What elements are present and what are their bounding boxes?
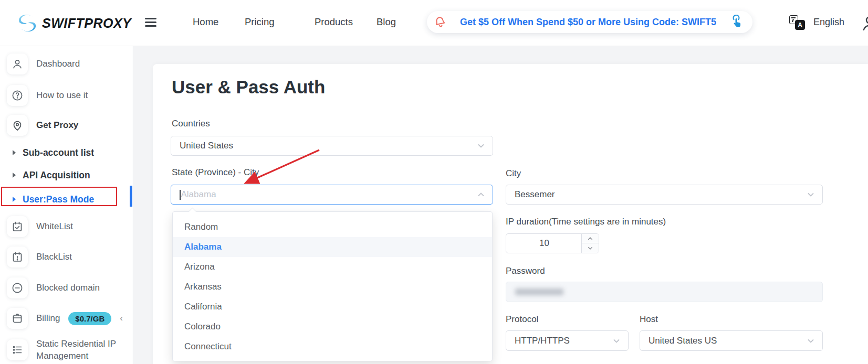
- host-select[interactable]: United States US: [640, 330, 823, 351]
- city-select[interactable]: Bessemer: [506, 185, 823, 205]
- calendar-check-icon: [7, 216, 28, 237]
- sidebar-item-label: Billing: [36, 313, 60, 324]
- chevron-down-icon: [587, 245, 593, 251]
- sidebar-item-user-pass-mode[interactable]: User:Pass Mode: [13, 191, 94, 207]
- dropdown-option-random[interactable]: Random: [173, 217, 492, 237]
- calendar-alert-icon: [7, 247, 28, 267]
- sidebar-item-static-residential-ip[interactable]: Static Residential IP Management: [7, 338, 116, 362]
- sidebar-item-label: WhiteList: [36, 221, 73, 232]
- countries-label: Countries: [172, 119, 210, 129]
- question-circle-icon: [7, 85, 28, 106]
- user-icon: [7, 53, 28, 74]
- top-navbar: SWIFTPROXY Home Pricing Products Blog Ge…: [0, 0, 868, 46]
- sidebar-item-label: BlackList: [36, 252, 72, 262]
- chevron-up-icon: [477, 190, 485, 199]
- sidebar-item-label: API Acquisition: [23, 170, 90, 181]
- chevron-up-icon: [587, 235, 593, 242]
- sidebar-item-label: How to use it: [36, 90, 88, 101]
- blurred-password-value: [515, 288, 563, 295]
- wallet-icon: [7, 308, 28, 329]
- person-icon[interactable]: [860, 13, 868, 33]
- list-icon: [7, 339, 28, 360]
- language-label: English: [813, 17, 844, 28]
- protocol-select[interactable]: HTTP/HTTPS: [506, 330, 629, 351]
- collapse-chevron-icon[interactable]: ‹: [120, 313, 123, 324]
- caret-right-icon: [13, 173, 16, 178]
- sidebar-item-sub-account-list[interactable]: Sub-account list: [13, 145, 94, 160]
- password-label: Password: [506, 266, 545, 276]
- sidebar: Dashboard How to use it Get Proxy Sub-ac…: [0, 46, 132, 364]
- sidebar-item-label: Static Residential IP Management: [36, 338, 116, 362]
- sidebar-item-how-to-use[interactable]: How to use it: [7, 85, 88, 106]
- logo-text: SWIFTPROXY: [42, 16, 131, 31]
- hamburger-icon[interactable]: [145, 18, 156, 29]
- text-cursor: [180, 190, 181, 200]
- sidebar-item-label: Get Proxy: [36, 120, 78, 131]
- protocol-value: HTTP/HTTPS: [515, 336, 570, 346]
- caret-right-icon: [13, 197, 16, 202]
- dropdown-option-california[interactable]: California: [173, 297, 492, 317]
- promo-text: Get $5 Off When Spend $50 or More Using …: [447, 17, 729, 28]
- nav-blog[interactable]: Blog: [377, 16, 396, 28]
- sidebar-item-dashboard[interactable]: Dashboard: [7, 53, 80, 74]
- dropdown-option-colorado[interactable]: Colorado: [173, 317, 492, 337]
- host-label: Host: [640, 314, 658, 325]
- ip-duration-value: 10: [506, 234, 582, 253]
- sidebar-item-blacklist[interactable]: BlackList: [7, 247, 72, 267]
- swirl-s-logo-icon: [16, 12, 39, 35]
- billing-rate-badge: $0.7/GB: [68, 312, 111, 325]
- sidebar-item-label: User:Pass Mode: [23, 194, 94, 205]
- chevron-down-icon: [477, 142, 485, 150]
- sidebar-item-label: Blocked domain: [36, 283, 100, 293]
- promo-banner[interactable]: Get $5 Off When Spend $50 or More Using …: [427, 11, 752, 33]
- translate-icon: A: [789, 14, 805, 30]
- sidebar-item-blocked-domain[interactable]: Blocked domain: [7, 277, 100, 298]
- city-label: City: [506, 168, 521, 179]
- chevron-down-icon: [807, 337, 815, 345]
- sidebar-item-billing[interactable]: Billing $0.7/GB ‹: [7, 308, 117, 329]
- protocol-label: Protocol: [506, 314, 538, 325]
- sidebar-item-api-acquisition[interactable]: API Acquisition: [13, 167, 90, 183]
- page-title: User & Pass Auth: [172, 77, 325, 98]
- nav-home[interactable]: Home: [193, 16, 218, 28]
- nav-products[interactable]: Products: [315, 16, 353, 28]
- ip-duration-label: IP duration(Time settings are in minutes…: [506, 217, 666, 227]
- state-label: State (Province) - City: [172, 167, 259, 178]
- sidebar-item-label: Dashboard: [36, 59, 80, 69]
- dropdown-option-alabama[interactable]: Alabama: [173, 237, 492, 257]
- minus-circle-icon: [7, 277, 28, 298]
- dropdown-option-connecticut[interactable]: Connecticut: [173, 337, 492, 357]
- chevron-down-icon: [807, 190, 815, 199]
- ip-duration-stepper[interactable]: 10: [506, 233, 599, 253]
- dropdown-option-arizona[interactable]: Arizona: [173, 257, 492, 277]
- tap-click-icon: [729, 15, 743, 29]
- language-switcher[interactable]: A English: [789, 14, 844, 30]
- caret-right-icon: [13, 150, 16, 155]
- state-dropdown-panel: Random Alabama Arizona Arkansas Californ…: [172, 211, 493, 361]
- bell-icon: [432, 14, 448, 30]
- state-placeholder: Alabama: [181, 189, 216, 200]
- location-pin-icon: [7, 115, 28, 136]
- chevron-down-icon: [612, 337, 621, 345]
- sidebar-item-get-proxy[interactable]: Get Proxy: [7, 115, 78, 136]
- stepper-increase-button[interactable]: [582, 234, 599, 243]
- city-value: Bessemer: [515, 189, 555, 200]
- countries-select[interactable]: United States: [171, 136, 493, 156]
- countries-value: United States: [180, 141, 233, 151]
- nav-pricing[interactable]: Pricing: [245, 16, 275, 28]
- logo[interactable]: SWIFTPROXY: [16, 12, 131, 35]
- sidebar-item-whitelist[interactable]: WhiteList: [7, 216, 73, 237]
- state-select[interactable]: Alabama: [171, 185, 493, 205]
- password-field[interactable]: [506, 282, 823, 302]
- stepper-decrease-button[interactable]: [582, 243, 599, 253]
- sidebar-item-label: Sub-account list: [23, 147, 94, 158]
- active-menu-indicator: [130, 186, 132, 207]
- host-value: United States US: [649, 336, 717, 346]
- dropdown-option-arkansas[interactable]: Arkansas: [173, 277, 492, 297]
